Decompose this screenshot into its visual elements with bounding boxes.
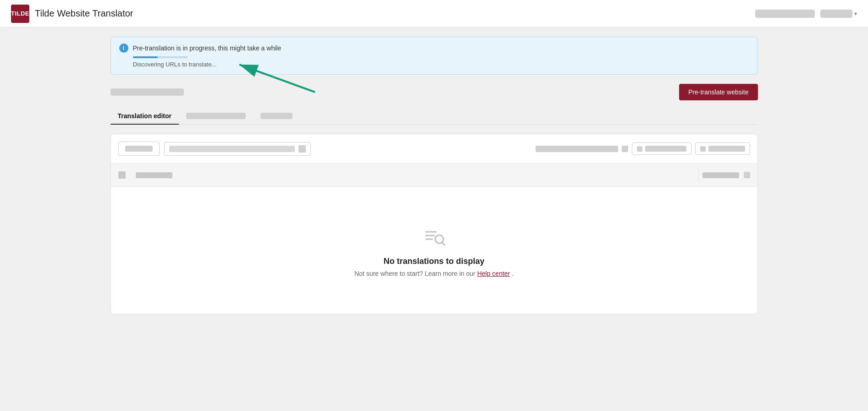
table-header-right — [702, 172, 750, 178]
notification-banner: i Pre-translation is in progress, this m… — [111, 37, 758, 75]
th-divider — [698, 168, 699, 182]
table-header-left — [118, 171, 695, 179]
toolbar-row: Pre-translate website — [111, 84, 758, 100]
th-target-label — [702, 172, 739, 178]
filter-right-placeholder-1 — [536, 146, 618, 152]
svg-line-6 — [442, 242, 445, 245]
chevron-down-icon: ▾ — [854, 11, 857, 17]
empty-state: No translations to display Not sure wher… — [111, 187, 757, 314]
toolbar-left — [111, 88, 184, 96]
filter-select-1[interactable] — [632, 142, 691, 155]
filter-select-icon-1 — [637, 146, 642, 152]
th-source-label — [136, 172, 172, 178]
tab-placeholder-3 — [253, 108, 300, 124]
empty-subtitle: Not sure where to start? Learn more in o… — [354, 270, 514, 277]
search-placeholder — [169, 146, 295, 152]
filter-right-icon-1 — [622, 146, 628, 152]
editor-panel: No translations to display Not sure wher… — [111, 134, 758, 314]
help-center-link[interactable]: Help center — [477, 270, 510, 277]
progress-bar-fill — [133, 56, 158, 58]
filter-select-placeholder-2 — [708, 146, 745, 152]
search-box[interactable] — [164, 142, 311, 156]
no-results-icon — [422, 224, 446, 249]
main-content: i Pre-translation is in progress, this m… — [100, 27, 769, 323]
app-header: TILDE Tilde Website Translator ▾ — [0, 0, 868, 27]
notification-title: Pre-translation is in progress, this mig… — [133, 44, 282, 52]
progress-bar-track — [133, 56, 188, 58]
filter-select-placeholder-1 — [645, 146, 686, 152]
filter-button[interactable] — [118, 142, 160, 156]
pre-translate-button[interactable]: Pre-translate website — [679, 84, 758, 100]
tab-placeholder-2 — [179, 108, 253, 124]
dropdown-placeholder — [820, 10, 852, 18]
info-icon: i — [119, 44, 128, 53]
user-placeholder — [755, 10, 815, 18]
tabs-row: Translation editor — [111, 108, 758, 125]
notification-top: i Pre-translation is in progress, this m… — [119, 44, 749, 53]
select-all-checkbox[interactable] — [118, 171, 126, 179]
tab-translation-editor[interactable]: Translation editor — [111, 108, 179, 124]
search-icon — [299, 145, 306, 153]
table-header — [111, 164, 757, 187]
app-logo: TILDE — [11, 5, 29, 23]
empty-title: No translations to display — [383, 257, 484, 266]
app-title: Tilde Website Translator — [35, 8, 133, 19]
filter-btn-placeholder — [125, 146, 153, 152]
filter-select-2[interactable] — [695, 142, 750, 155]
toolbar-placeholder — [111, 88, 184, 96]
filter-right — [536, 142, 750, 155]
filter-select-icon-2 — [700, 146, 706, 152]
header-right: ▾ — [755, 10, 857, 18]
header-dropdown[interactable]: ▾ — [820, 10, 857, 18]
th-sort-icon — [744, 172, 750, 178]
notification-subtitle: Discovering URLs to translate... — [133, 61, 749, 68]
logo-wrapper: TILDE Tilde Website Translator — [11, 5, 133, 23]
filter-row — [111, 134, 757, 164]
